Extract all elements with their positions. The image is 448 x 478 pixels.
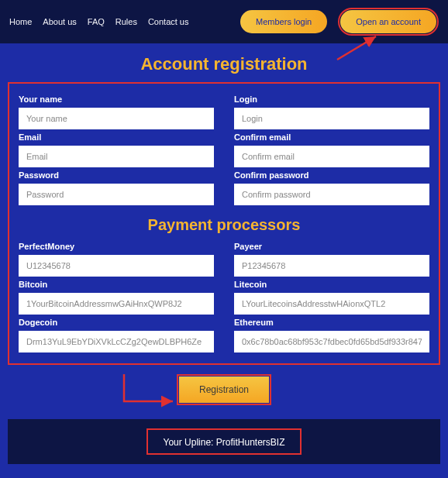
- payment-processors-title: Payment processors: [19, 216, 429, 234]
- nav-contact[interactable]: Contact us: [148, 17, 189, 26]
- confirm-password-input[interactable]: [234, 184, 429, 205]
- nav-about[interactable]: About us: [43, 17, 76, 26]
- registration-form: Your name Login Email Confirm email Pass…: [8, 82, 440, 365]
- name-label: Your name: [19, 95, 214, 104]
- email-label: Email: [19, 132, 214, 142]
- payeer-input[interactable]: [234, 255, 429, 277]
- dogecoin-input[interactable]: [19, 331, 214, 352]
- registration-button[interactable]: Registration: [179, 377, 269, 403]
- nav-rules[interactable]: Rules: [115, 17, 137, 26]
- page-title: Account registration: [0, 54, 448, 74]
- bitcoin-input[interactable]: [19, 293, 214, 315]
- ethereum-input[interactable]: [234, 331, 429, 352]
- confirm-password-label: Confirm password: [234, 170, 429, 180]
- dogecoin-label: Dogecoin: [19, 318, 214, 327]
- payeer-label: Payeer: [234, 242, 429, 251]
- password-label: Password: [19, 170, 214, 180]
- ethereum-label: Ethereum: [234, 318, 429, 327]
- open-account-button[interactable]: Open an account: [340, 10, 436, 33]
- litecoin-label: Litecoin: [234, 280, 429, 289]
- members-login-button[interactable]: Members login: [240, 10, 327, 33]
- upline-text: Your Upline: ProfitHuntersBIZ: [164, 437, 285, 448]
- password-input[interactable]: [19, 184, 214, 205]
- name-input[interactable]: [19, 108, 214, 129]
- confirm-email-input[interactable]: [234, 146, 429, 167]
- upline-bar: Your Upline: ProfitHuntersBIZ: [8, 419, 440, 464]
- nav-faq[interactable]: FAQ: [88, 17, 105, 26]
- open-account-highlight: Open an account: [338, 8, 439, 36]
- litecoin-input[interactable]: [234, 293, 429, 315]
- upline-highlight: Your Upline: ProfitHuntersBIZ: [146, 428, 302, 455]
- confirm-email-label: Confirm email: [234, 132, 429, 142]
- registration-button-highlight: Registration: [177, 374, 271, 405]
- nav-home[interactable]: Home: [9, 17, 32, 26]
- perfectmoney-input[interactable]: [19, 255, 214, 277]
- perfectmoney-label: PerfectMoney: [19, 242, 214, 251]
- login-input[interactable]: [234, 108, 429, 129]
- bitcoin-label: Bitcoin: [19, 280, 214, 289]
- email-input[interactable]: [19, 146, 214, 167]
- login-label: Login: [234, 95, 429, 104]
- top-nav: Home About us FAQ Rules Contact us Membe…: [0, 0, 448, 43]
